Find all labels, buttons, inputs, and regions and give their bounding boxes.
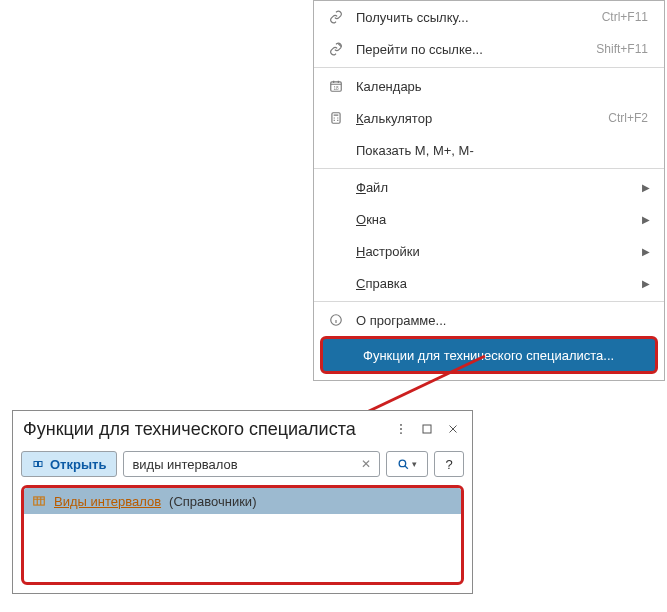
menu-show-m[interactable]: Показать М, М+, М-: [314, 134, 664, 166]
open-button-label: Открыть: [50, 457, 106, 472]
dialog-toolbar: Открыть ✕ ▾ ?: [13, 447, 472, 485]
menu-label: Показать М, М+, М-: [346, 143, 652, 158]
svg-rect-12: [34, 497, 45, 505]
menu-file[interactable]: Файл ▶: [314, 171, 664, 203]
tech-functions-dialog: Функции для технического специалиста Отк…: [12, 410, 473, 594]
submenu-arrow-icon: ▶: [642, 214, 652, 225]
svg-rect-8: [423, 425, 431, 433]
menu-separator: [314, 67, 664, 68]
menu-settings[interactable]: Настройки ▶: [314, 235, 664, 267]
result-name: Виды интервалов: [54, 494, 161, 509]
menu-tech-functions[interactable]: Функции для технического специалиста...: [320, 336, 658, 374]
dropdown-caret-icon: ▾: [412, 459, 417, 469]
menu-calendar[interactable]: 18 Календарь: [314, 70, 664, 102]
result-category: (Справочники): [169, 494, 256, 509]
help-label: ?: [445, 457, 452, 472]
calculator-icon: [326, 111, 346, 125]
menu-label: Файл: [346, 180, 642, 195]
clear-search-button[interactable]: ✕: [356, 451, 376, 477]
goto-link-icon: [326, 42, 346, 56]
svg-rect-9: [34, 462, 38, 467]
submenu-arrow-icon: ▶: [642, 246, 652, 257]
menu-label: Перейти по ссылке...: [346, 42, 596, 57]
menu-help[interactable]: Справка ▶: [314, 267, 664, 299]
svg-point-5: [400, 424, 402, 426]
result-row[interactable]: Виды интервалов (Справочники): [24, 488, 461, 514]
menu-calculator[interactable]: Калькулятор Ctrl+F2: [314, 102, 664, 134]
detach-button[interactable]: [416, 418, 438, 440]
link-icon: [326, 10, 346, 24]
menu-windows[interactable]: Окна ▶: [314, 203, 664, 235]
search-button[interactable]: ▾: [386, 451, 428, 477]
svg-rect-2: [332, 113, 340, 124]
catalog-icon: [32, 494, 46, 508]
menu-label: О программе...: [346, 313, 652, 328]
search-field-wrap: ✕: [123, 451, 380, 477]
svg-point-11: [399, 460, 406, 467]
menu-go-link[interactable]: Перейти по ссылке... Shift+F11: [314, 33, 664, 65]
submenu-arrow-icon: ▶: [642, 278, 652, 289]
menu-label: Функции для технического специалиста...: [335, 348, 643, 363]
menu-shortcut: Ctrl+F2: [608, 111, 652, 125]
search-input[interactable]: [123, 451, 380, 477]
menu-shortcut: Ctrl+F11: [602, 10, 652, 24]
svg-text:18: 18: [333, 86, 339, 91]
close-button[interactable]: [442, 418, 464, 440]
menu-label: Календарь: [346, 79, 652, 94]
menu-shortcut: Shift+F11: [596, 42, 652, 56]
menu-label: Справка: [346, 276, 642, 291]
more-button[interactable]: [390, 418, 412, 440]
menu-label: Окна: [346, 212, 642, 227]
svg-point-6: [400, 428, 402, 430]
svg-point-7: [400, 432, 402, 434]
menu-label: Настройки: [346, 244, 642, 259]
menu-label: Получить ссылку...: [346, 10, 602, 25]
info-icon: [326, 313, 346, 327]
open-button[interactable]: Открыть: [21, 451, 117, 477]
menu-separator: [314, 168, 664, 169]
context-menu: Получить ссылку... Ctrl+F11 Перейти по с…: [313, 0, 665, 381]
calendar-icon: 18: [326, 79, 346, 93]
menu-get-link[interactable]: Получить ссылку... Ctrl+F11: [314, 1, 664, 33]
menu-separator: [314, 301, 664, 302]
menu-label: Калькулятор: [346, 111, 608, 126]
dialog-titlebar: Функции для технического специалиста: [13, 411, 472, 447]
svg-rect-10: [39, 462, 43, 467]
dialog-title: Функции для технического специалиста: [23, 419, 386, 440]
submenu-arrow-icon: ▶: [642, 182, 652, 193]
menu-about[interactable]: О программе...: [314, 304, 664, 336]
results-list: Виды интервалов (Справочники): [21, 485, 464, 585]
help-button[interactable]: ?: [434, 451, 464, 477]
